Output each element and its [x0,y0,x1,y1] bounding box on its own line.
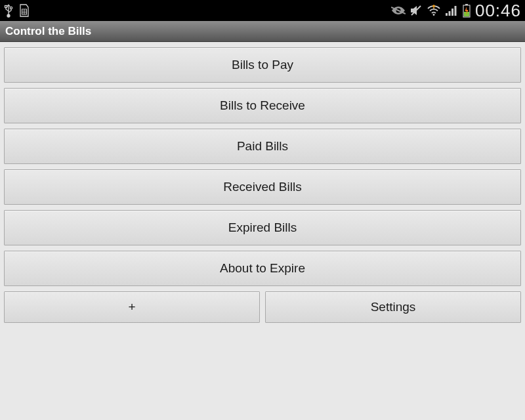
svg-rect-14 [454,6,456,16]
status-left [4,3,30,18]
button-label: + [128,300,135,314]
app-title: Control the Bills [5,25,91,38]
settings-button[interactable]: Settings [265,291,521,323]
button-label: Settings [371,300,416,314]
svg-rect-16 [465,4,468,5]
button-label: Expired Bills [228,220,297,235]
eye-off-icon [391,5,406,16]
main-menu: Bills to Pay Bills to Receive Paid Bills… [0,42,525,323]
mute-icon [410,4,423,17]
battery-icon [462,3,471,18]
button-label: Bills to Receive [220,98,305,113]
button-label: About to Expire [220,261,305,276]
expired-bills-button[interactable]: Expired Bills [4,210,521,245]
status-clock: 00:46 [475,1,521,21]
button-label: Paid Bills [237,139,288,154]
svg-rect-11 [446,13,448,16]
svg-point-10 [433,14,435,16]
status-right: 00:46 [391,1,521,21]
svg-rect-12 [448,11,450,16]
received-bills-button[interactable]: Received Bills [4,169,521,205]
svg-rect-13 [452,9,453,16]
usb-icon [4,3,13,18]
bottom-row: + Settings [4,291,521,323]
about-to-expire-button[interactable]: About to Expire [4,251,521,286]
app-title-bar: Control the Bills [0,21,525,42]
bills-to-receive-button[interactable]: Bills to Receive [4,88,521,123]
signal-icon [445,5,458,16]
wifi-icon [427,5,441,16]
bills-to-pay-button[interactable]: Bills to Pay [4,47,521,83]
button-label: Received Bills [223,180,301,194]
status-bar: 00:46 [0,0,525,21]
paid-bills-button[interactable]: Paid Bills [4,129,521,164]
sim-icon [18,3,30,18]
add-button[interactable]: + [4,291,260,323]
svg-point-1 [10,7,12,9]
svg-point-2 [7,14,10,17]
svg-rect-0 [5,6,7,8]
button-label: Bills to Pay [232,58,293,72]
